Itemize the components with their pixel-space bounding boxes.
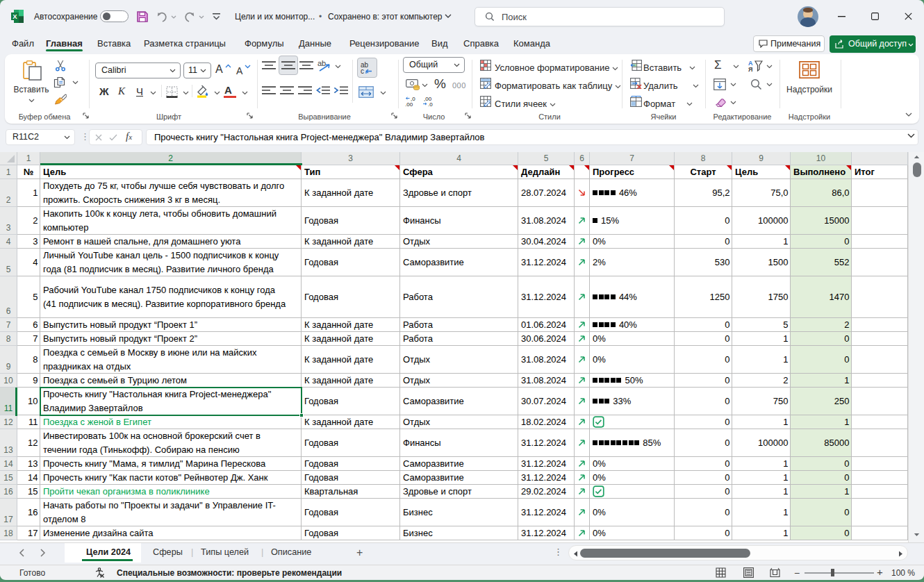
svg-text:Я: Я: [748, 66, 752, 72]
svg-text:c: c: [361, 67, 364, 74]
svg-text:X: X: [13, 13, 17, 20]
svg-text:ab: ab: [317, 59, 326, 67]
svg-text:,00: ,00: [405, 101, 413, 107]
svg-text:,0: ,0: [428, 101, 433, 107]
